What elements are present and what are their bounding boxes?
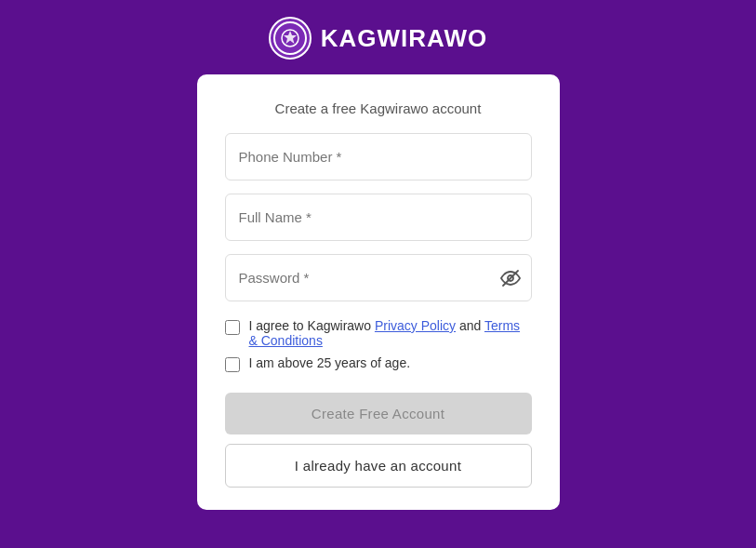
privacy-checkbox[interactable] [225, 320, 240, 335]
fullname-input[interactable] [225, 194, 532, 241]
privacy-checkbox-row: I agree to Kagwirawo Privacy Policy and … [225, 318, 532, 348]
brand-name-label: KAGWIRAWO [321, 24, 487, 53]
create-account-button[interactable]: Create Free Account [225, 393, 532, 434]
checkboxes-section: I agree to Kagwirawo Privacy Policy and … [225, 318, 532, 380]
password-wrapper [225, 254, 532, 301]
privacy-policy-link[interactable]: Privacy Policy [375, 318, 456, 333]
registration-card: Create a free Kagwirawo account I agree … [197, 74, 560, 510]
brand-logo [269, 17, 312, 60]
card-title: Create a free Kagwirawo account [275, 100, 482, 116]
password-input[interactable] [225, 254, 532, 301]
age-checkbox-row: I am above 25 years of age. [225, 355, 532, 372]
age-checkbox[interactable] [225, 357, 240, 372]
age-label: I am above 25 years of age. [249, 355, 411, 370]
privacy-label: I agree to Kagwirawo Privacy Policy and … [249, 318, 532, 348]
phone-input[interactable] [225, 133, 532, 180]
toggle-password-icon[interactable] [500, 268, 521, 288]
login-button[interactable]: I already have an account [225, 444, 532, 488]
app-header: KAGWIRAWO [269, 17, 487, 60]
